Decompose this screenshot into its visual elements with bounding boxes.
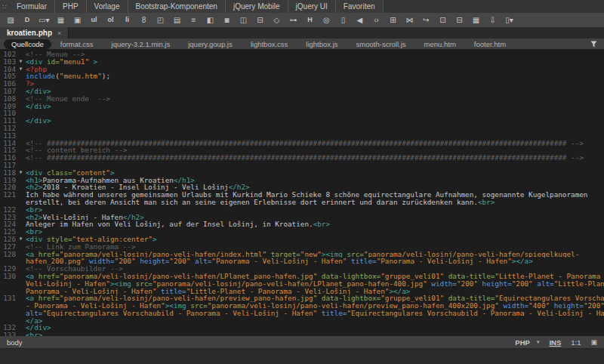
code-row[interactable]: 110 [0,110,604,117]
insert-category-bar: ∷ FormularPHPVorlageBootstrap-Komponente… [0,0,604,13]
insert-category-tab-favoriten[interactable]: Favoriten [336,0,384,13]
document-tab[interactable]: kroatien.php × [0,27,69,39]
close-icon[interactable]: × [57,29,61,37]
description-list-icon[interactable]: D [22,17,32,23]
fold-arrow-icon[interactable]: ▼ [16,236,26,243]
fold-arrow-icon[interactable]: ▼ [16,66,26,73]
insert-category-tab-vorlage[interactable]: Vorlage [87,0,128,13]
code-row[interactable]: 109</div> [0,103,604,110]
code-row[interactable]: 121Ich habe während unseres gemeinsamen … [0,191,604,199]
key-icon[interactable]: ⊶ [288,17,298,24]
iframe-icon[interactable]: ◙ [221,17,232,24]
calendar-icon[interactable]: ▦ [470,17,481,24]
line-number: 131 [0,295,16,302]
code-row[interactable]: 115<!-- content bereich --> [0,147,604,154]
related-file-format-css[interactable]: format.css [51,40,103,48]
related-file-jquery-goup-js[interactable]: jquery.goup.js [179,40,241,48]
code-row[interactable]: 131<a href="panorama/veli-losinj/pano-ve… [0,295,604,302]
code-row[interactable]: erstellt, bei deren Ansicht man sich an … [0,199,604,206]
related-file-quellcode[interactable]: Quellcode [4,39,51,49]
code-row[interactable]: Veli-Lošinj - Hafen"><img src="panorama/… [0,280,604,288]
nav-list-icon[interactable]: ≡ [188,17,199,24]
code-row[interactable]: </a> [0,317,604,325]
code-row[interactable]: 119<h1>Panorama-Aufnahmen aus Kroatien</… [0,177,604,184]
insert-mode-toggle[interactable]: INS [549,338,561,347]
code-row[interactable]: 106?> [0,80,604,88]
code-row[interactable]: alt="Equirectangulares Vorschaubild - Pa… [0,310,604,317]
code-row[interactable]: 125<br> [0,228,604,236]
asterisk-snap-icon[interactable]: ⋈ [404,17,414,24]
code-row[interactable]: 107</div> [0,88,604,95]
fold-arrow-icon[interactable]: ▼ [16,169,26,177]
header-element-icon[interactable]: ◰ [155,17,165,24]
footer-panel-icon[interactable]: ⊟ [254,17,265,24]
tag-selector-body[interactable]: body [7,338,23,347]
paste-menu-icon[interactable]: ▯▾ [504,17,514,24]
insert-category-tab-bootstrap-komponenten[interactable]: Bootstrap-Komponenten [128,0,226,13]
insert-category-tab-jquery-ui[interactable]: jQuery UI [288,0,336,13]
related-file-footer-htm[interactable]: footer.htm [465,40,515,48]
figure-image-icon[interactable]: ▣ [72,17,82,24]
embed-box-icon[interactable]: ⊡ [437,17,448,24]
code-row[interactable]: 127<!-- Link zum Panorama --> [0,243,604,251]
fold-arrow-icon[interactable]: ▼ [16,58,26,66]
redo-arrow-icon[interactable]: ↪ [421,17,431,24]
anchor-link-icon[interactable]: 8 [138,17,149,24]
pill-button-menu-icon[interactable]: ▭▾ [39,17,49,24]
list-item-icon[interactable]: li [122,17,132,23]
aside-panel-icon[interactable]: ◫ [238,17,248,24]
ordered-list-icon[interactable]: ol [105,17,116,23]
code-row[interactable]: 111</div> [0,117,604,125]
code-row[interactable]: 104▼<?php [0,66,604,73]
code-row[interactable]: Panorama - Veli-Lošinj - Hafen" title="L… [0,288,604,295]
insert-category-tab-jquery-mobile[interactable]: jQuery Mobile [226,0,288,13]
copy-pages-icon[interactable]: ⊞ [387,17,398,24]
code-row[interactable]: 120<h2>2018 - Kroatien - Insel Lošinj - … [0,184,604,191]
code-row[interactable]: 116<!-- ################################… [0,154,604,162]
panel-toggle-icon[interactable]: ▣ [590,338,597,346]
related-file-menu-htm[interactable]: menu.htm [415,40,465,48]
code-row[interactable]: 126▼<div style="text-align:center"> [0,236,604,243]
download-icon[interactable]: ⇩ [487,17,498,24]
related-file-lightbox-js[interactable]: lightbox.js [297,40,347,48]
language-mode-selector[interactable]: PHP ▾ [515,338,539,347]
code-row[interactable]: 122<br> [0,206,604,214]
code-row[interactable]: 118▼<div class="content"> [0,169,604,177]
media-embed-icon[interactable]: ▤ [171,17,182,24]
code-row[interactable]: 103▼<div id="menu1" > [0,58,604,66]
table-icon[interactable]: ▦ [55,17,66,24]
code-row[interactable]: 132</div> [0,324,604,332]
code-page-icon[interactable]: ‹› [371,17,381,24]
code-row[interactable]: 112 [0,125,604,132]
insert-category-tab-formular[interactable]: Formular [9,0,55,13]
audio-icon[interactable]: ◀ [354,17,365,24]
unordered-list-icon[interactable]: ul [88,17,99,23]
code-row[interactable]: 117 [0,162,604,169]
code-row[interactable]: 108<!-- Menue ende --> [0,95,604,103]
image-icon[interactable]: ▨ [5,17,16,24]
insert-category-tab-php[interactable]: PHP [55,0,87,13]
target-circle-icon[interactable]: ◎ [321,17,331,24]
page-icon[interactable]: ▯ [337,17,348,24]
code-token: data-title= [444,273,495,280]
code-row[interactable]: 124Anleger im Hafen von Veli Lošinj, auf… [0,221,604,228]
code-row[interactable]: 123<h2>Veli-Lošinj - Hafen</h2> [0,214,604,221]
related-file-jquery-3-2-1-min-js[interactable]: jquery-3.2.1.min.js [103,40,180,48]
tag-icon[interactable]: ◇ [271,17,282,24]
code-row[interactable]: 128<a href="panorama/veli-losinj/pano-ve… [0,251,604,258]
split-panel-icon[interactable]: ◧ [205,17,215,24]
related-file-smooth-scroll-js[interactable]: smooth-scroll.js [347,40,415,48]
code-editor[interactable]: 102<!-- Menue -->103▼<div id="menu1" >10… [0,49,604,336]
related-file-lightbox-css[interactable]: lightbox.css [242,40,297,48]
code-row[interactable]: - Panorama - Veli-Lošinj - Hafen"><img s… [0,302,604,310]
code-row[interactable]: 129<!-- Vorschaubilder --> [0,265,604,273]
code-row[interactable]: hafen_200.png" width="200" height="200" … [0,258,604,265]
code-row[interactable]: 113 [0,132,604,140]
printer-icon[interactable]: ⊟ [454,17,464,24]
code-row[interactable]: 130<a href="panorama/veli-losinj/pano-ve… [0,273,604,280]
filter-funnel-icon[interactable] [590,41,597,48]
code-row[interactable]: 105include("menu.htm"); [0,72,604,80]
code-row[interactable]: 102<!-- Menue --> [0,51,604,58]
code-row[interactable]: 114<!-- ################################… [0,140,604,147]
heading-icon[interactable]: H [304,17,315,23]
